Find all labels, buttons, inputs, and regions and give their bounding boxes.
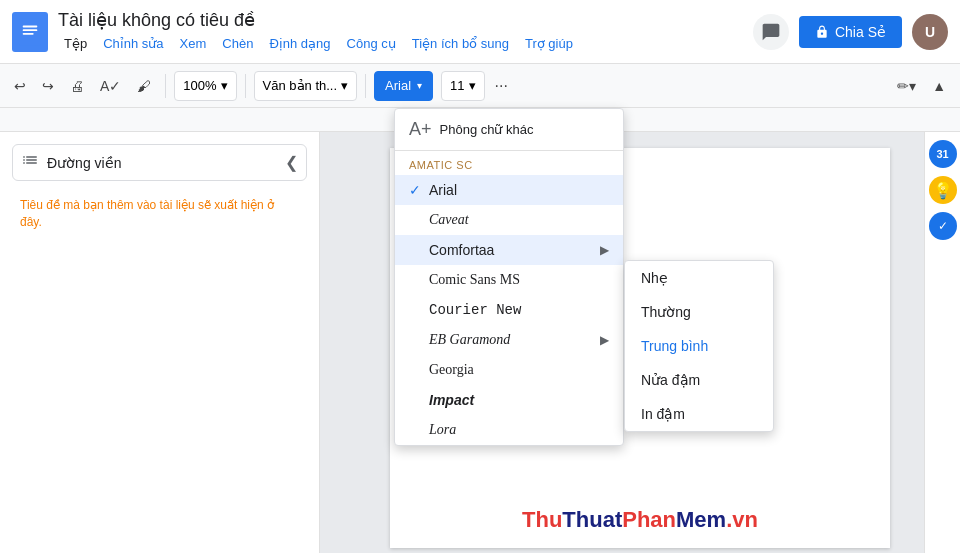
font-name-georgia: Georgia <box>429 362 609 378</box>
menu-format[interactable]: Định dạng <box>263 34 336 53</box>
comfortaa-submenu-arrow: ▶ <box>600 243 609 257</box>
more-button[interactable]: ··· <box>489 73 514 99</box>
bulb-icon[interactable]: 💡 <box>929 176 957 204</box>
font-item-courier[interactable]: Courier New <box>395 295 623 325</box>
collapse-button[interactable]: ▲ <box>926 74 952 98</box>
calendar-icon[interactable]: 31 <box>929 140 957 168</box>
font-name-lora: Lora <box>429 422 609 438</box>
font-item-eb[interactable]: EB Garamond ▶ <box>395 325 623 355</box>
menu-insert[interactable]: Chèn <box>216 34 259 53</box>
right-sidebar: 31 💡 ✓ <box>924 132 960 553</box>
menu-view[interactable]: Xem <box>174 34 213 53</box>
style-select[interactable]: Văn bản th... ▾ <box>254 71 358 101</box>
font-name-caveat: Caveat <box>429 212 609 228</box>
eb-submenu-arrow: ▶ <box>600 333 609 347</box>
toolbar: ↩ ↪ 🖨 A✓ 🖌 100% ▾ Văn bản th... ▾ Arial … <box>0 64 960 108</box>
font-item-impact[interactable]: Impact <box>395 385 623 415</box>
font-name-courier: Courier New <box>429 302 609 318</box>
menu-edit[interactable]: Chỉnh sửa <box>97 34 169 53</box>
avatar[interactable]: U <box>912 14 948 50</box>
doc-title[interactable]: Tài liệu không có tiêu đề <box>58 10 743 32</box>
font-item-caveat[interactable]: Caveat <box>395 205 623 235</box>
font-dropdown: A+ Phông chữ khác AMATIC SC ✓ Arial Cave… <box>394 108 624 446</box>
font-item-comic[interactable]: Comic Sans MS <box>395 265 623 295</box>
svg-rect-2 <box>23 29 38 31</box>
sidebar-collapse-icon[interactable]: ❮ <box>285 153 298 172</box>
font-item-lora[interactable]: Lora <box>395 415 623 445</box>
font-add-icon: A+ <box>409 119 432 140</box>
submenu: Nhẹ Thường Trung bình Nửa đậm In đậm <box>624 260 774 432</box>
paintformat-button[interactable]: 🖌 <box>131 74 157 98</box>
pen-button[interactable]: ✏▾ <box>891 74 922 98</box>
divider3 <box>365 74 366 98</box>
font-name-comic: Comic Sans MS <box>429 272 609 288</box>
font-name-arial: Arial <box>429 182 609 198</box>
svg-rect-1 <box>23 25 38 27</box>
font-select[interactable]: Arial ▾ <box>374 71 433 101</box>
submenu-item-trungbinh[interactable]: Trung bình <box>625 329 773 363</box>
undo-button[interactable]: ↩ <box>8 74 32 98</box>
submenu-item-indam[interactable]: In đậm <box>625 397 773 431</box>
menu-addons[interactable]: Tiện ích bổ sung <box>406 34 515 53</box>
font-item-arial[interactable]: ✓ Arial <box>395 175 623 205</box>
font-check-icon: ✓ <box>409 182 429 198</box>
submenu-item-nhe[interactable]: Nhẹ <box>625 261 773 295</box>
spellcheck-button[interactable]: A✓ <box>94 74 127 98</box>
font-add-label: Phông chữ khác <box>440 122 534 137</box>
top-right: Chia Sẻ U <box>753 14 948 50</box>
font-section-amatic: AMATIC SC <box>395 151 623 175</box>
title-area: Tài liệu không có tiêu đề Tệp Chỉnh sửa … <box>58 10 743 53</box>
svg-rect-3 <box>23 32 34 34</box>
sidebar-hint: Tiêu đề mà bạn thêm vào tài liệu sẽ xuất… <box>12 193 307 235</box>
font-item-comfortaa[interactable]: Comfortaa ▶ <box>395 235 623 265</box>
menu-file[interactable]: Tệp <box>58 34 93 53</box>
sidebar-header: Đường viền ❮ <box>12 144 307 181</box>
font-name-eb: EB Garamond <box>429 332 600 348</box>
tasks-icon[interactable]: ✓ <box>929 212 957 240</box>
redo-button[interactable]: ↪ <box>36 74 60 98</box>
menu-help[interactable]: Trợ giúp <box>519 34 579 53</box>
sidebar-title: Đường viền <box>21 154 121 172</box>
divider2 <box>245 74 246 98</box>
font-name-comfortaa: Comfortaa <box>429 242 600 258</box>
doc-icon <box>12 12 48 52</box>
comment-icon[interactable] <box>753 14 789 50</box>
font-item-georgia[interactable]: Georgia <box>395 355 623 385</box>
print-button[interactable]: 🖨 <box>64 74 90 98</box>
share-button[interactable]: Chia Sẻ <box>799 16 902 48</box>
size-select[interactable]: 11 ▾ <box>441 71 484 101</box>
font-add-row[interactable]: A+ Phông chữ khác <box>395 109 623 151</box>
divider1 <box>165 74 166 98</box>
svg-rect-0 <box>19 18 41 46</box>
submenu-item-thuong[interactable]: Thường <box>625 295 773 329</box>
font-name-impact: Impact <box>429 392 609 408</box>
zoom-select[interactable]: 100% ▾ <box>174 71 236 101</box>
submenu-item-nuadam[interactable]: Nửa đậm <box>625 363 773 397</box>
menu-tools[interactable]: Công cụ <box>341 34 402 53</box>
sidebar: Đường viền ❮ Tiêu đề mà bạn thêm vào tài… <box>0 132 320 553</box>
outline-icon <box>21 154 39 172</box>
top-bar: Tài liệu không có tiêu đề Tệp Chỉnh sửa … <box>0 0 960 64</box>
menu-bar: Tệp Chỉnh sửa Xem Chèn Định dạng Công cụ… <box>58 34 743 53</box>
